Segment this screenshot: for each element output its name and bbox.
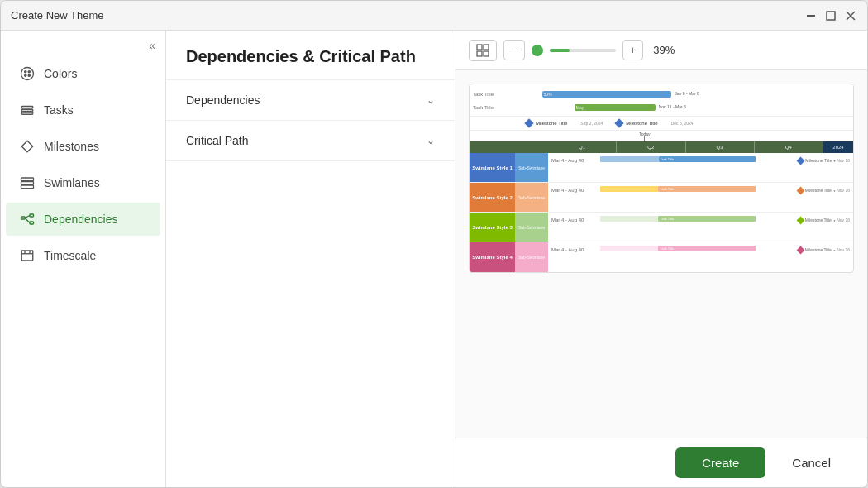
sidebar-item-dependencies-label: Dependencies <box>44 213 118 226</box>
timescale-icon <box>19 247 36 264</box>
create-button[interactable]: Create <box>675 447 765 478</box>
sidebar-item-timescale[interactable]: Timescale <box>6 239 160 272</box>
chevron-down-icon-2: ⌄ <box>427 135 435 146</box>
sidebar-item-tasks-label: Tasks <box>44 103 74 117</box>
preview-toolbar: − + 39% <box>455 31 867 70</box>
zoom-in-button[interactable]: + <box>622 40 644 60</box>
svg-rect-27 <box>477 51 482 56</box>
svg-rect-18 <box>30 222 34 224</box>
svg-point-4 <box>21 68 34 80</box>
swimlane-label-2: Swimlane Style 2 <box>470 183 515 212</box>
svg-rect-25 <box>477 45 482 50</box>
sub-swimlane-label-2: Sub-Swimlane <box>515 183 548 212</box>
accordion-dependencies-label: Dependencies <box>186 93 260 107</box>
zoom-slider-fill <box>550 49 570 52</box>
svg-line-20 <box>25 218 30 223</box>
svg-rect-9 <box>21 107 33 108</box>
accordion-dependencies: Dependencies ⌄ <box>166 80 455 121</box>
window-title: Create New Theme <box>11 9 103 22</box>
svg-point-7 <box>25 74 26 76</box>
cancel-button[interactable]: Cancel <box>775 447 847 478</box>
swimlane-content-4: Mar 4 - Aug 40 Task Title Milestone Titl… <box>548 242 853 272</box>
swimlane-row-1: Swimlane Style 1 Sub-Swimlane Mar 4 - Au… <box>470 153 853 183</box>
gantt-chart-preview: Task Title 50% Jan 8 - Mar 8 Task Title <box>469 84 854 273</box>
dependencies-icon <box>19 211 36 227</box>
sidebar-item-colors[interactable]: Colors <box>6 57 160 90</box>
sub-swimlane-label-4: Sub-Swimlane <box>515 242 548 272</box>
swimlane-label-3: Swimlane Style 3 <box>470 213 515 242</box>
swimlane-content-3: Mar 4 - Aug 40 Task Title Milestone Titl… <box>548 213 853 242</box>
svg-marker-12 <box>21 141 33 152</box>
main-content: « Colors <box>1 31 867 487</box>
svg-rect-0 <box>807 15 815 17</box>
sidebar-item-dependencies[interactable]: Dependencies <box>6 203 160 236</box>
chevron-down-icon: ⌄ <box>427 94 435 106</box>
swimlane-content-1: Mar 4 - Aug 40 Task Title Milestone Titl… <box>548 153 853 182</box>
sub-swimlane-label-3: Sub-Swimlane <box>515 213 548 242</box>
svg-rect-15 <box>21 185 34 189</box>
close-button[interactable] <box>844 9 857 22</box>
svg-rect-26 <box>484 45 489 50</box>
zoom-slider-container <box>532 45 616 56</box>
grid-view-button[interactable] <box>469 40 497 61</box>
swimlane-label-4: Swimlane Style 4 <box>470 242 515 272</box>
swimlanes-icon <box>19 175 36 191</box>
sidebar-item-swimlanes[interactable]: Swimlanes <box>6 166 160 199</box>
palette-icon <box>19 65 36 82</box>
title-bar-controls <box>804 9 857 22</box>
swimlane-label-1: Swimlane Style 1 <box>470 153 515 182</box>
accordion-critical-path: Critical Path ⌄ <box>166 121 455 161</box>
swimlane-row-3: Swimlane Style 3 Sub-Swimlane Mar 4 - Au… <box>470 213 853 242</box>
svg-point-6 <box>28 71 30 73</box>
center-panel: Dependencies & Critical Path Dependencie… <box>166 31 455 487</box>
swimlane-row-4: Swimlane Style 4 Sub-Swimlane Mar 4 - Au… <box>470 242 853 272</box>
sidebar-collapse-area: « <box>1 31 165 55</box>
svg-rect-11 <box>21 112 33 114</box>
svg-point-5 <box>25 71 26 73</box>
sub-swimlane-label-1: Sub-Swimlane <box>515 153 548 182</box>
minimize-button[interactable] <box>804 9 818 22</box>
svg-rect-14 <box>21 182 34 185</box>
svg-rect-1 <box>827 12 835 20</box>
svg-rect-21 <box>21 251 33 261</box>
preview-content: Task Title 50% Jan 8 - Mar 8 Task Title <box>455 70 867 438</box>
zoom-percent-label: 39% <box>653 44 675 56</box>
swimlane-row-2: Swimlane Style 2 Sub-Swimlane Mar 4 - Au… <box>470 183 853 213</box>
bottom-actions: Create Cancel <box>455 438 867 487</box>
sidebar-item-timescale-label: Timescale <box>44 249 96 262</box>
svg-rect-28 <box>484 51 489 56</box>
sidebar-item-tasks[interactable]: Tasks <box>6 93 160 127</box>
maximize-button[interactable] <box>824 9 837 22</box>
zoom-out-button[interactable]: − <box>503 40 525 60</box>
sidebar: « Colors <box>1 31 166 487</box>
panel-title: Dependencies & Critical Path <box>166 31 455 80</box>
svg-rect-10 <box>21 109 33 111</box>
zoom-slider[interactable] <box>550 49 616 52</box>
milestone-icon <box>19 138 36 155</box>
accordion-critical-path-header[interactable]: Critical Path ⌄ <box>166 121 455 160</box>
main-window: Create New Theme « <box>0 0 868 488</box>
title-bar: Create New Theme <box>1 1 867 31</box>
preview-panel: − + 39% Task Title <box>455 31 867 487</box>
svg-rect-13 <box>21 178 34 181</box>
collapse-icon[interactable]: « <box>149 39 155 52</box>
svg-point-8 <box>28 74 30 76</box>
zoom-dot <box>532 45 543 56</box>
sidebar-item-milestones[interactable]: Milestones <box>6 130 160 163</box>
swimlane-content-2: Mar 4 - Aug 40 Task Title Milestone Titl… <box>548 183 853 212</box>
svg-line-19 <box>25 216 30 218</box>
svg-rect-17 <box>30 214 34 217</box>
accordion-dependencies-header[interactable]: Dependencies ⌄ <box>166 80 455 120</box>
sidebar-item-colors-label: Colors <box>44 67 77 80</box>
accordion-critical-path-label: Critical Path <box>186 134 248 147</box>
sidebar-item-swimlanes-label: Swimlanes <box>44 176 100 189</box>
tasks-icon <box>19 102 36 118</box>
sidebar-item-milestones-label: Milestones <box>44 140 99 153</box>
svg-rect-16 <box>21 217 26 219</box>
